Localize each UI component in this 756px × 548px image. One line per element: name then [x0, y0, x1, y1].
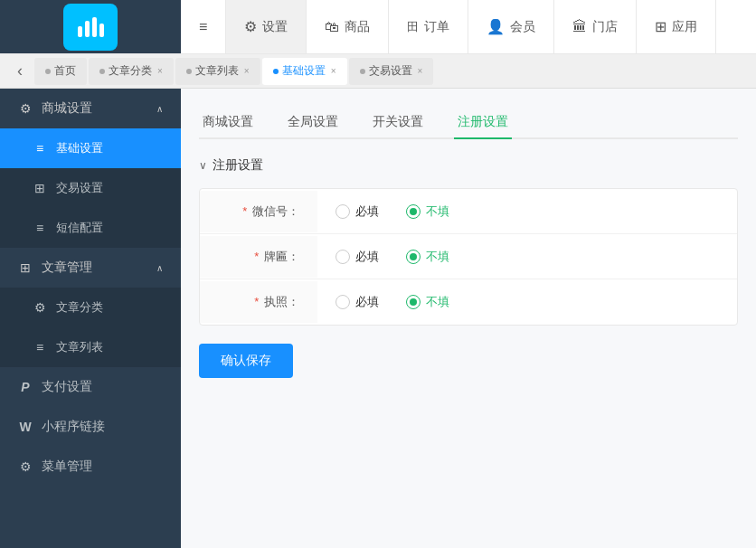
logo-area [0, 0, 181, 53]
sidebar-article-submenu: ⚙ 文章分类 ≡ 文章列表 [0, 288, 181, 367]
tab-article-category[interactable]: 文章分类 × [89, 58, 174, 85]
content-tab-registration-label: 注册设置 [458, 114, 508, 128]
sidebar-item-store-settings[interactable]: ⚙ 商城设置 ∧ [0, 89, 181, 128]
content-tab-registration[interactable]: 注册设置 [454, 107, 512, 137]
tab-home-label: 首页 [54, 63, 76, 79]
license-required-radio[interactable]: 必填 [335, 294, 379, 310]
tab-basic-settings-label: 基础设置 [282, 63, 326, 79]
nav-settings-label: 设置 [262, 19, 288, 35]
top-nav: ≡ ⚙ 设置 🛍 商品 田 订单 👤 会员 🏛 门店 ⊞ 应用 [0, 0, 756, 54]
bar1 [78, 26, 82, 37]
nav-item-goods[interactable]: 🛍 商品 [307, 0, 389, 53]
sidebar-item-payment[interactable]: P 支付设置 [0, 367, 181, 407]
section-chevron-icon: ∨ [199, 159, 207, 172]
article-list-icon: ≡ [33, 340, 47, 354]
registration-section-header[interactable]: ∨ 注册设置 [199, 157, 738, 174]
sidebar-item-article-management[interactable]: ⊞ 文章管理 ∧ [0, 248, 181, 288]
plaque-required-label: 必填 [355, 249, 379, 265]
nav-item-menu[interactable]: ≡ [181, 0, 226, 53]
license-label-text: 执照： [264, 295, 299, 308]
tab-article-list-dot [186, 69, 192, 74]
logo-icon [72, 9, 109, 45]
content-tab-switch[interactable]: 开关设置 [369, 107, 427, 137]
tab-article-category-close[interactable]: × [157, 66, 163, 76]
tab-basic-settings[interactable]: 基础设置 × [262, 58, 347, 85]
menu-management-icon: ⚙ [18, 459, 33, 474]
sidebar-item-mini-program[interactable]: W 小程序链接 [0, 407, 181, 447]
tab-trade-settings[interactable]: 交易设置 × [349, 58, 434, 85]
top-nav-items: ≡ ⚙ 设置 🛍 商品 田 订单 👤 会员 🏛 门店 ⊞ 应用 [181, 0, 756, 53]
license-value: 必填 不填 [317, 281, 737, 323]
license-required-label: 必填 [355, 294, 379, 310]
plaque-required-mark: * [254, 250, 259, 263]
sidebar-item-sms-config[interactable]: ≡ 短信配置 [0, 208, 181, 248]
tab-article-list-label: 文章列表 [195, 63, 239, 79]
bar2 [85, 21, 90, 37]
tab-bar: ‹ 首页 文章分类 × 文章列表 × 基础设置 × 交易设置 × [0, 54, 756, 89]
main-layout: ⚙ 商城设置 ∧ ≡ 基础设置 ⊞ 交易设置 ≡ 短信配置 ⊞ 文章管理 ∧ [0, 89, 756, 548]
content-tab-store[interactable]: 商城设置 [199, 107, 257, 137]
wechat-optional-radio[interactable]: 不填 [406, 203, 449, 220]
members-icon: 👤 [487, 18, 505, 35]
nav-item-settings[interactable]: ⚙ 设置 [226, 0, 307, 53]
orders-icon: 田 [407, 19, 419, 35]
sidebar-item-article-list[interactable]: ≡ 文章列表 [0, 327, 181, 367]
bar4 [99, 24, 104, 37]
plaque-required-radio[interactable]: 必填 [335, 249, 379, 265]
content-area: 商城设置 全局设置 开关设置 注册设置 ∨ 注册设置 * 微信号： [181, 89, 756, 548]
sidebar-item-menu-management[interactable]: ⚙ 菜单管理 [0, 447, 181, 487]
content-tab-switch-label: 开关设置 [373, 114, 423, 128]
registration-section-title: 注册设置 [213, 157, 263, 174]
menu-icon: ≡ [199, 19, 207, 35]
license-required-mark: * [254, 295, 259, 308]
store-settings-icon: ⚙ [18, 101, 33, 116]
settings-table: * 微信号： 必填 不填 * 牌匾： [199, 188, 738, 326]
nav-members-label: 会员 [510, 19, 535, 35]
nav-item-orders[interactable]: 田 订单 [389, 0, 468, 53]
goods-icon: 🛍 [325, 19, 339, 35]
tab-basic-settings-close[interactable]: × [331, 66, 336, 76]
nav-apps-label: 应用 [672, 19, 697, 35]
sidebar-article-list-label: 文章列表 [56, 339, 103, 355]
tab-article-list[interactable]: 文章列表 × [175, 58, 260, 85]
wechat-required-circle [335, 204, 350, 219]
store-icon: 🏛 [572, 19, 587, 35]
sidebar-item-basic-settings[interactable]: ≡ 基础设置 [0, 128, 181, 168]
content-tab-global[interactable]: 全局设置 [284, 107, 342, 137]
tab-trade-settings-dot [360, 69, 365, 74]
sidebar: ⚙ 商城设置 ∧ ≡ 基础设置 ⊞ 交易设置 ≡ 短信配置 ⊞ 文章管理 ∧ [0, 89, 181, 548]
confirm-save-button[interactable]: 确认保存 [199, 344, 293, 378]
sidebar-sms-config-label: 短信配置 [56, 220, 103, 236]
wechat-required-mark: * [242, 204, 247, 218]
tab-home-dot [45, 69, 51, 74]
nav-item-apps[interactable]: ⊞ 应用 [637, 0, 716, 53]
tab-prev-arrow[interactable]: ‹ [7, 59, 33, 84]
plaque-optional-label: 不填 [426, 249, 449, 265]
wechat-label: * 微信号： [200, 191, 317, 232]
wechat-required-radio[interactable]: 必填 [335, 203, 379, 220]
license-optional-radio[interactable]: 不填 [406, 294, 449, 310]
nav-orders-label: 订单 [424, 19, 449, 35]
sidebar-store-submenu: ≡ 基础设置 ⊞ 交易设置 ≡ 短信配置 [0, 128, 181, 248]
tab-trade-settings-close[interactable]: × [418, 66, 423, 76]
plaque-optional-radio[interactable]: 不填 [406, 249, 449, 265]
sidebar-item-article-categories[interactable]: ⚙ 文章分类 [0, 288, 181, 327]
nav-store-label: 门店 [592, 19, 618, 35]
sidebar-menu-management-label: 菜单管理 [42, 458, 92, 475]
tab-home[interactable]: 首页 [34, 58, 87, 85]
nav-item-members[interactable]: 👤 会员 [468, 0, 554, 53]
tab-article-list-close[interactable]: × [244, 66, 250, 76]
wechat-required-label: 必填 [355, 203, 379, 220]
wechat-optional-label: 不填 [426, 203, 449, 220]
sidebar-payment-label: 支付设置 [42, 379, 92, 395]
settings-row-license: * 执照： 必填 不填 [200, 279, 737, 325]
article-categories-icon: ⚙ [33, 300, 47, 315]
sidebar-article-categories-label: 文章分类 [56, 299, 103, 316]
trade-settings-icon: ⊞ [33, 181, 47, 195]
sidebar-item-trade-settings[interactable]: ⊞ 交易设置 [0, 168, 181, 208]
nav-goods-label: 商品 [345, 19, 370, 35]
wechat-label-text: 微信号： [252, 204, 299, 218]
license-optional-circle [406, 295, 421, 309]
basic-settings-icon: ≡ [33, 141, 47, 156]
nav-item-store[interactable]: 🏛 门店 [554, 0, 637, 53]
